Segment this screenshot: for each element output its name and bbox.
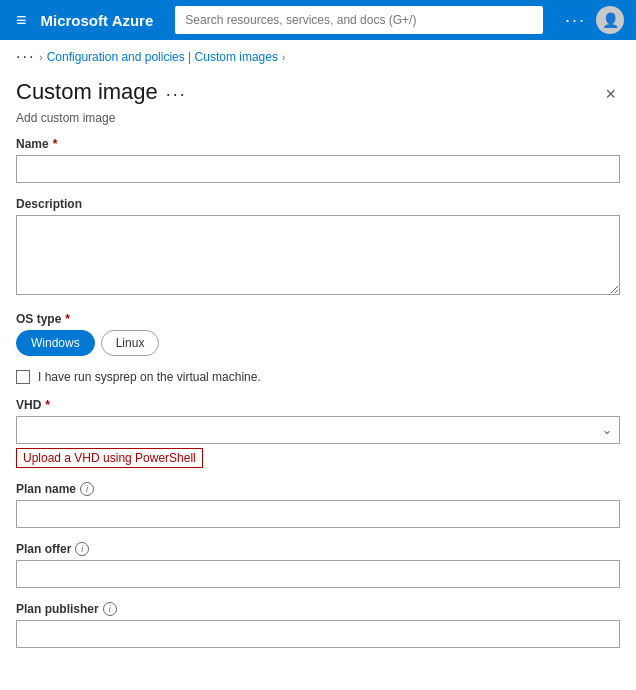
breadcrumb-chevron-2: › xyxy=(282,52,285,63)
plan-offer-field-group: Plan offer i xyxy=(16,542,620,588)
breadcrumb-chevron-1: › xyxy=(39,52,42,63)
navbar: ≡ Microsoft Azure ··· 👤 xyxy=(0,0,636,40)
os-type-buttons: Windows Linux xyxy=(16,330,620,356)
search-input[interactable] xyxy=(175,6,543,34)
avatar[interactable]: 👤 xyxy=(596,6,624,34)
plan-publisher-input[interactable] xyxy=(16,620,620,648)
plan-offer-input[interactable] xyxy=(16,560,620,588)
os-type-label: OS type * xyxy=(16,312,620,326)
os-type-group: OS type * Windows Linux xyxy=(16,312,620,356)
name-input[interactable] xyxy=(16,155,620,183)
vhd-field-group: VHD * ⌄ Upload a VHD using PowerShell xyxy=(16,398,620,468)
page-subtitle: Add custom image xyxy=(0,111,636,137)
page-title-area: Custom image ··· xyxy=(16,78,187,105)
os-linux-button[interactable]: Linux xyxy=(101,330,160,356)
description-textarea[interactable] xyxy=(16,215,620,295)
os-type-required-star: * xyxy=(65,312,70,326)
close-button[interactable]: × xyxy=(601,80,620,109)
navbar-more-icon[interactable]: ··· xyxy=(565,10,586,31)
plan-publisher-info-icon[interactable]: i xyxy=(103,602,117,616)
breadcrumb-link[interactable]: Configuration and policies | Custom imag… xyxy=(47,50,278,64)
vhd-select-wrapper: ⌄ xyxy=(16,416,620,444)
description-field-group: Description xyxy=(16,197,620,298)
app-title: Microsoft Azure xyxy=(41,12,154,29)
plan-name-label: Plan name i xyxy=(16,482,620,496)
page-header-more-icon[interactable]: ··· xyxy=(166,84,187,105)
plan-publisher-field-group: Plan publisher i xyxy=(16,602,620,648)
description-label: Description xyxy=(16,197,620,211)
sysprep-checkbox[interactable] xyxy=(16,370,30,384)
hamburger-menu-icon[interactable]: ≡ xyxy=(12,6,31,35)
plan-publisher-label: Plan publisher i xyxy=(16,602,620,616)
page-title: Custom image xyxy=(16,79,158,105)
os-windows-button[interactable]: Windows xyxy=(16,330,95,356)
name-label: Name * xyxy=(16,137,620,151)
plan-name-field-group: Plan name i xyxy=(16,482,620,528)
plan-name-input[interactable] xyxy=(16,500,620,528)
plan-offer-info-icon[interactable]: i xyxy=(75,542,89,556)
plan-offer-label: Plan offer i xyxy=(16,542,620,556)
plan-name-info-icon[interactable]: i xyxy=(80,482,94,496)
name-required-star: * xyxy=(53,137,58,151)
sysprep-label: I have run sysprep on the virtual machin… xyxy=(38,370,261,384)
main-content: ··· › Configuration and policies | Custo… xyxy=(0,40,636,690)
form: Name * Description OS type * Windows Lin… xyxy=(0,137,636,648)
page-header: Custom image ··· × xyxy=(0,74,636,111)
name-field-group: Name * xyxy=(16,137,620,183)
vhd-label: VHD * xyxy=(16,398,620,412)
breadcrumb: ··· › Configuration and policies | Custo… xyxy=(0,40,636,74)
vhd-required-star: * xyxy=(45,398,50,412)
vhd-select[interactable] xyxy=(16,416,620,444)
breadcrumb-dots[interactable]: ··· xyxy=(16,48,35,66)
upload-vhd-link[interactable]: Upload a VHD using PowerShell xyxy=(16,448,203,468)
sysprep-row: I have run sysprep on the virtual machin… xyxy=(16,370,620,384)
